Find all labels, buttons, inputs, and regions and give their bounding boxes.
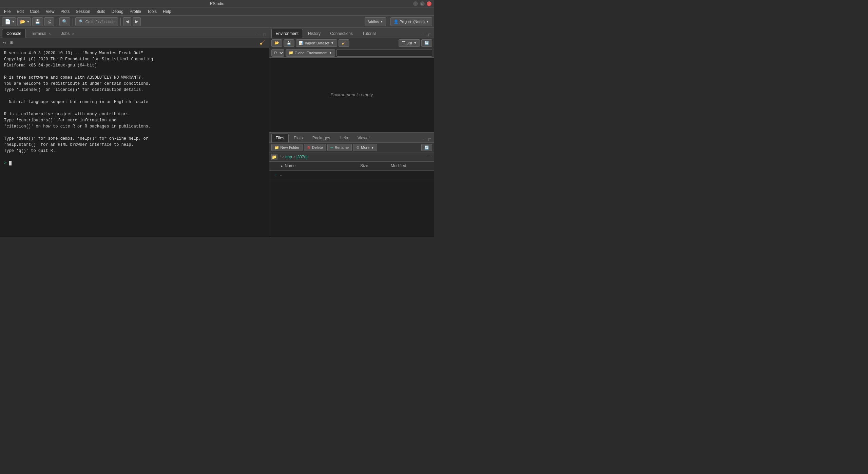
env-minimize-btn[interactable]: — <box>420 32 426 38</box>
window-controls: − □ × <box>413 1 431 6</box>
tab-packages[interactable]: Packages <box>308 134 335 142</box>
home-folder-icon[interactable]: 📁 <box>271 154 277 160</box>
refresh-files-btn[interactable]: 🔄 <box>421 144 432 151</box>
new-file-dropdown-icon[interactable]: ▼ <box>11 20 15 23</box>
tab-history[interactable]: History <box>304 29 325 38</box>
addins-button[interactable]: Addins ▼ <box>365 17 387 26</box>
menu-edit[interactable]: Edit <box>14 8 26 15</box>
save-workspace-btn[interactable]: 💾 <box>284 39 294 47</box>
file-row-name: .. <box>280 172 360 177</box>
env-search[interactable] <box>336 49 432 57</box>
tab-plots[interactable]: Plots <box>289 134 307 142</box>
new-file-button[interactable]: 📄 ▼ <box>2 17 16 26</box>
minimize-btn[interactable]: − <box>413 1 418 6</box>
tab-help[interactable]: Help <box>335 134 352 142</box>
new-folder-btn[interactable]: 📁 New Folder <box>271 144 303 151</box>
refresh-env-btn[interactable]: 🔄 <box>421 39 432 47</box>
path-options-btn[interactable]: ⋯ <box>427 154 432 160</box>
list-view-btn[interactable]: ☰ List ▼ <box>399 39 420 47</box>
open-file-dropdown-icon[interactable]: ▼ <box>25 20 30 23</box>
console-output[interactable]: R version 4.0.3 (2020-10-10) -- "Bunny-W… <box>0 47 269 237</box>
console-path-icon[interactable]: ⚙ <box>8 39 15 46</box>
menu-build[interactable]: Build <box>94 8 108 15</box>
col-name-label: Name <box>285 163 296 168</box>
more-btn[interactable]: ⚙ More ▼ <box>353 144 377 151</box>
global-env-btn[interactable]: 📁 Global Environment ▼ <box>286 49 335 57</box>
file-row[interactable]: ↑ .. <box>269 171 434 179</box>
save-workspace-icon: 💾 <box>287 41 291 45</box>
console-path-bar: ~/ ⚙ 🧹 <box>0 38 269 47</box>
menu-help[interactable]: Help <box>160 8 174 15</box>
tab-console-label: Console <box>6 31 21 36</box>
tab-console[interactable]: Console <box>2 29 26 38</box>
tab-tutorial[interactable]: Tutorial <box>358 29 380 38</box>
clear-env-btn[interactable]: 🧹 <box>339 39 349 47</box>
import-dataset-btn[interactable]: 📊 Import Dataset ▼ <box>296 39 337 47</box>
tab-connections[interactable]: Connections <box>326 29 357 38</box>
col-modified-label: Modified <box>391 163 406 168</box>
rename-label: Rename <box>335 145 349 150</box>
tab-history-label: History <box>308 31 321 36</box>
menu-debug[interactable]: Debug <box>109 8 126 15</box>
import-dataset-label: Import Dataset <box>305 41 329 45</box>
path-tmp[interactable]: tmp <box>285 155 292 159</box>
close-btn[interactable]: × <box>427 1 431 6</box>
menu-profile[interactable]: Profile <box>127 8 144 15</box>
right-panel: Environment History Connections Tutorial… <box>269 28 434 237</box>
tab-files[interactable]: Files <box>271 134 289 142</box>
console-prompt-symbol: > <box>4 160 6 166</box>
app-title: RStudio <box>210 1 225 6</box>
tab-environment[interactable]: Environment <box>271 29 303 38</box>
environment-panel: Environment History Connections Tutorial… <box>269 28 434 133</box>
nav-next-button[interactable]: ▶ <box>133 17 141 26</box>
project-icon: 👤 <box>393 19 399 24</box>
path-j397dj[interactable]: j397dj <box>296 155 307 159</box>
files-minimize-btn[interactable]: — <box>420 137 426 142</box>
find-button[interactable]: 🔍 <box>59 17 70 26</box>
menu-session[interactable]: Session <box>73 8 93 15</box>
console-minimize-btn[interactable]: — <box>254 32 261 38</box>
console-maximize-btn[interactable]: □ <box>262 32 267 38</box>
files-maximize-btn[interactable]: □ <box>427 137 432 142</box>
menu-tools[interactable]: Tools <box>144 8 159 15</box>
save-button[interactable]: 💾 <box>32 17 43 26</box>
find-icon: 🔍 <box>62 19 67 24</box>
new-folder-label: New Folder <box>281 145 300 150</box>
menu-file[interactable]: File <box>1 8 13 15</box>
col-header-name[interactable]: ▲ Name <box>280 163 360 168</box>
open-file-icon: 📂 <box>20 19 25 24</box>
load-workspace-btn[interactable]: 📂 <box>271 39 282 47</box>
maximize-btn[interactable]: □ <box>420 1 425 6</box>
tab-viewer[interactable]: Viewer <box>353 134 374 142</box>
col-header-size[interactable]: Size <box>360 163 391 168</box>
rename-btn[interactable]: ✏ Rename <box>327 144 352 151</box>
new-file-icon: 📄 <box>5 19 11 24</box>
go-to-file-button[interactable]: 🔍 Go to file/function <box>75 17 118 26</box>
tab-jobs-close[interactable]: × <box>71 32 75 36</box>
menu-plots[interactable]: Plots <box>58 8 73 15</box>
nav-prev-button[interactable]: ◀ <box>123 17 131 26</box>
console-prompt-line[interactable]: > <box>4 160 265 166</box>
print-button[interactable]: 🖨 <box>44 17 54 26</box>
files-panel-controls: — □ <box>420 137 432 142</box>
global-env-label: Global Environment <box>295 51 328 55</box>
r-language-select[interactable]: R <box>271 49 284 57</box>
project-button[interactable]: 👤 Project: (None) ▼ <box>390 17 432 26</box>
tab-viewer-label: Viewer <box>358 136 370 140</box>
folder-icon: 📁 <box>289 51 293 55</box>
col-header-modified[interactable]: Modified <box>391 163 431 168</box>
delete-btn[interactable]: 🗑 Delete <box>304 144 326 151</box>
title-bar: RStudio − □ × <box>0 0 434 7</box>
menu-code[interactable]: Code <box>27 8 42 15</box>
env-maximize-btn[interactable]: □ <box>427 32 432 38</box>
menu-view[interactable]: View <box>43 8 57 15</box>
more-icon: ⚙ <box>356 145 360 150</box>
import-icon: 📊 <box>299 41 304 45</box>
tab-jobs[interactable]: Jobs × <box>57 29 79 38</box>
tab-files-label: Files <box>276 136 284 140</box>
tab-terminal-close[interactable]: × <box>48 32 51 36</box>
addins-label: Addins <box>368 20 379 24</box>
console-clear-btn[interactable]: 🧹 <box>258 39 266 46</box>
open-file-button[interactable]: 📂 ▼ <box>17 17 31 26</box>
tab-terminal[interactable]: Terminal × <box>26 29 56 38</box>
